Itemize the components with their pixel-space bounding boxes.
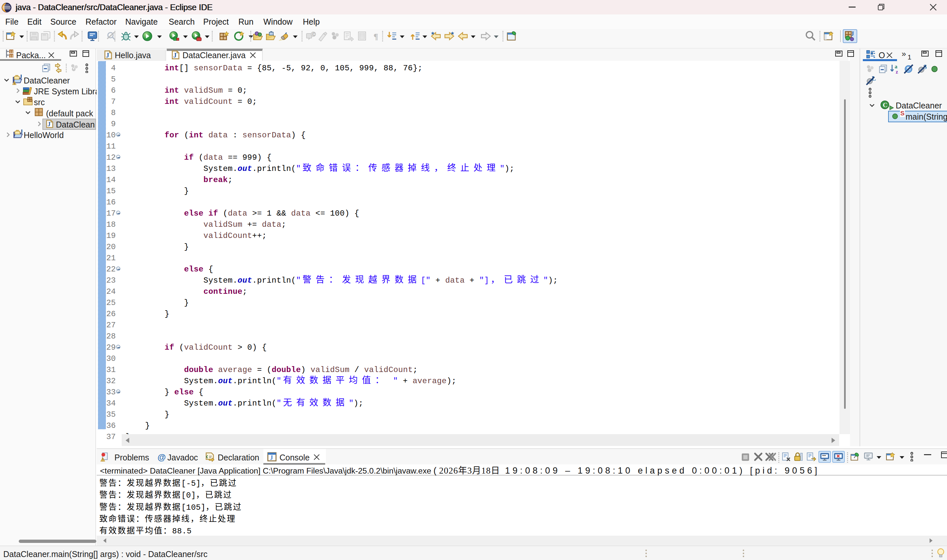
svg-text:C: C xyxy=(883,101,887,108)
svg-text:C: C xyxy=(313,32,316,37)
svg-text:z: z xyxy=(896,69,898,74)
svg-text:J: J xyxy=(106,52,109,59)
svg-text:¶: ¶ xyxy=(374,32,378,42)
svg-text:J: J xyxy=(173,52,177,59)
svg-text:J: J xyxy=(20,129,23,135)
svg-text:J: J xyxy=(851,31,854,37)
svg-text:a: a xyxy=(895,64,897,69)
svg-text:!: ! xyxy=(102,458,103,462)
svg-text:J: J xyxy=(270,454,273,461)
svg-text:J: J xyxy=(48,121,51,128)
svg-text:J: J xyxy=(19,75,22,80)
